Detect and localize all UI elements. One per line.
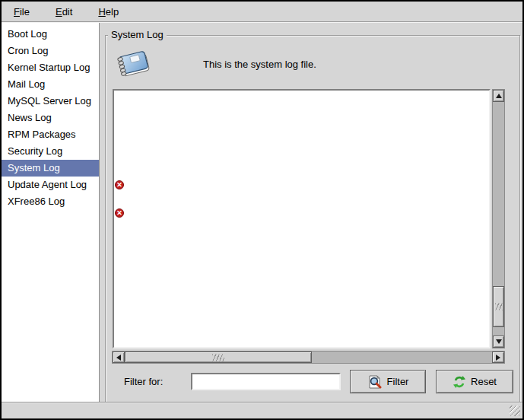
system-log-groupbox: System Log: [105, 35, 520, 404]
log-line[interactable]: ✕May 15 08:39:28 falcon sshd(pam_unix)[1…: [114, 164, 489, 178]
log-line[interactable]: ✕May 15 14:12:54 falcon xscreensaver[261…: [114, 192, 489, 206]
log-line[interactable]: ✕May 15 14:38:29 falcon kernel: emu10k1:…: [114, 262, 489, 277]
log-line[interactable]: ✕May 15 04:12:35 falcon su(pam_unix)[162…: [114, 149, 489, 164]
up-arrow-icon: [496, 94, 502, 98]
log-line[interactable]: ✕May 15 15:06:24 falcon userhelper: pam_…: [114, 320, 489, 334]
right-arrow-icon: [496, 355, 500, 361]
menu-item[interactable]: Help: [94, 4, 123, 20]
log-line[interactable]: ✕May 14 17:42:18 falcon su(pam_unix)[136…: [114, 107, 489, 122]
log-line[interactable]: ✕May 15 14:38:29 falcon kernel: ac97_cod…: [114, 277, 489, 291]
log-line[interactable]: ✕May 15 15:00:38 falcon sshd(pam_unix)[1…: [114, 305, 489, 320]
thumb-grip: [212, 354, 224, 361]
groupbox-title: System Log: [108, 29, 167, 40]
green-cycle-arrows-icon: [453, 375, 466, 389]
log-viewer-window: File Edit Help Boot Log Cron Log Kernel …: [0, 0, 524, 420]
notebook-icon: [113, 45, 153, 83]
filter-button-label: Filter: [387, 376, 409, 387]
horizontal-scrollbar[interactable]: [112, 351, 505, 364]
filter-row: Filter for: Filter Reset: [106, 369, 519, 395]
scroll-left-button[interactable]: [113, 352, 125, 363]
log-line[interactable]: ✕May 15 14:38:16 falcon sshd[17631]: pam…: [114, 220, 489, 234]
sidebar-item[interactable]: System Log: [2, 160, 99, 177]
down-arrow-icon: [496, 339, 502, 344]
log-line[interactable]: ✕May 15 14:38:16 falcon sshd(pam_unix)[1…: [114, 234, 489, 249]
horizontal-scrollbar-thumb[interactable]: [125, 352, 312, 363]
log-line[interactable]: ✕May 15 14:38:30 falcon modprobe: modpro…: [114, 291, 489, 305]
vertical-scrollbar-thumb[interactable]: [493, 286, 504, 327]
log-text-area[interactable]: ✕May 14 16:50:51 falcon su(pam_unix)[136…: [113, 89, 491, 348]
log-line[interactable]: ✕May 14 17:53:03 falcon su(pam_unix)[143…: [114, 121, 489, 135]
log-line[interactable]: ✕May 15 14:38:16 falcon sshd(pam_unix)[1…: [114, 206, 489, 221]
magnifier-document-icon: [367, 374, 383, 390]
log-line[interactable]: ✕May 15 04:12:35 falcon su(pam_unix)[162…: [114, 135, 489, 150]
menu-item[interactable]: Edit: [51, 4, 77, 20]
sidebar-item[interactable]: RPM Packages: [2, 126, 99, 143]
sidebar-item[interactable]: Boot Log: [2, 26, 99, 43]
sidebar-item[interactable]: Mail Log: [2, 76, 99, 93]
sidebar-item[interactable]: XFree86 Log: [2, 193, 99, 210]
sidebar-item[interactable]: Update Agent Log: [2, 177, 99, 193]
log-line[interactable]: ✕May 15 15:06:29 falcon su(pam_unix)[178…: [114, 333, 489, 348]
reset-button[interactable]: Reset: [436, 370, 513, 393]
status-bar: [2, 402, 522, 418]
error-icon: ✕: [115, 208, 124, 218]
sidebar-item[interactable]: Cron Log: [2, 43, 99, 59]
error-icon: ✕: [115, 180, 124, 189]
vertical-scrollbar[interactable]: [492, 89, 505, 348]
scroll-up-button[interactable]: [493, 90, 504, 102]
log-description: This is the system log file.: [203, 59, 316, 70]
log-line[interactable]: ✕May 14 16:50:51 falcon su(pam_unix)[136…: [114, 93, 489, 107]
menu-bar: File Edit Help: [2, 2, 522, 22]
menu-item[interactable]: File: [9, 4, 34, 20]
scroll-right-button[interactable]: [492, 352, 504, 363]
log-type-list: Boot Log Cron Log Kernel Startup Log Mai…: [2, 23, 100, 402]
sidebar-item[interactable]: Security Log: [2, 143, 99, 160]
filter-input[interactable]: [191, 373, 341, 390]
sidebar-item[interactable]: Kernel Startup Log: [2, 59, 99, 76]
log-header: This is the system log file.: [113, 45, 316, 83]
sidebar-item[interactable]: News Log: [2, 110, 99, 126]
log-line[interactable]: ✕May 15 14:12:53 falcon xscreensaver(pam…: [114, 178, 489, 192]
sidebar-item[interactable]: MySQL Server Log: [2, 93, 99, 110]
resize-grip-icon[interactable]: [510, 406, 520, 416]
log-line[interactable]: ✕May 15 14:38:29 falcon kernel: Creative…: [114, 249, 489, 263]
reset-button-label: Reset: [471, 376, 497, 387]
scroll-down-button[interactable]: [493, 336, 504, 348]
thumb-grip: [495, 304, 503, 310]
left-arrow-icon: [116, 355, 121, 361]
filter-button[interactable]: Filter: [350, 370, 426, 393]
filter-label: Filter for:: [124, 376, 163, 387]
